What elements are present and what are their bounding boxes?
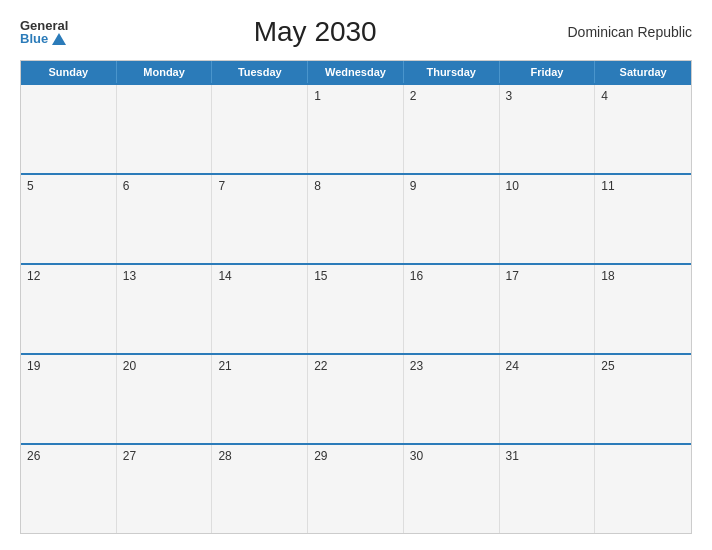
logo: General Blue bbox=[20, 19, 68, 45]
cal-cell-w1-d7: 4 bbox=[595, 85, 691, 173]
week-row-3: 12131415161718 bbox=[21, 263, 691, 353]
cal-cell-w1-d5: 2 bbox=[404, 85, 500, 173]
day-number: 5 bbox=[27, 179, 34, 193]
cal-cell-w4-d3: 21 bbox=[212, 355, 308, 443]
header-thursday: Thursday bbox=[404, 61, 500, 83]
header-tuesday: Tuesday bbox=[212, 61, 308, 83]
day-number: 24 bbox=[506, 359, 519, 373]
day-number: 16 bbox=[410, 269, 423, 283]
cal-cell-w1-d6: 3 bbox=[500, 85, 596, 173]
day-number: 3 bbox=[506, 89, 513, 103]
cal-cell-w2-d3: 7 bbox=[212, 175, 308, 263]
cal-cell-w3-d4: 15 bbox=[308, 265, 404, 353]
day-number: 27 bbox=[123, 449, 136, 463]
cal-cell-w1-d1 bbox=[21, 85, 117, 173]
header-friday: Friday bbox=[500, 61, 596, 83]
day-number: 22 bbox=[314, 359, 327, 373]
cal-cell-w5-d4: 29 bbox=[308, 445, 404, 533]
day-number: 14 bbox=[218, 269, 231, 283]
day-number: 7 bbox=[218, 179, 225, 193]
cal-cell-w2-d7: 11 bbox=[595, 175, 691, 263]
cal-cell-w3-d7: 18 bbox=[595, 265, 691, 353]
day-number: 31 bbox=[506, 449, 519, 463]
week-row-1: 1234 bbox=[21, 83, 691, 173]
cal-cell-w5-d5: 30 bbox=[404, 445, 500, 533]
cal-cell-w4-d6: 24 bbox=[500, 355, 596, 443]
week-row-5: 262728293031 bbox=[21, 443, 691, 533]
header-sunday: Sunday bbox=[21, 61, 117, 83]
cal-cell-w2-d1: 5 bbox=[21, 175, 117, 263]
day-number: 21 bbox=[218, 359, 231, 373]
cal-cell-w2-d5: 9 bbox=[404, 175, 500, 263]
cal-cell-w3-d6: 17 bbox=[500, 265, 596, 353]
cal-cell-w4-d2: 20 bbox=[117, 355, 213, 443]
day-number: 10 bbox=[506, 179, 519, 193]
calendar-body: 1234567891011121314151617181920212223242… bbox=[21, 83, 691, 533]
cal-cell-w2-d4: 8 bbox=[308, 175, 404, 263]
day-number: 4 bbox=[601, 89, 608, 103]
cal-cell-w4-d1: 19 bbox=[21, 355, 117, 443]
cal-cell-w4-d4: 22 bbox=[308, 355, 404, 443]
day-number: 11 bbox=[601, 179, 614, 193]
day-number: 20 bbox=[123, 359, 136, 373]
page-title: May 2030 bbox=[68, 16, 562, 48]
day-number: 19 bbox=[27, 359, 40, 373]
cal-cell-w3-d1: 12 bbox=[21, 265, 117, 353]
cal-cell-w3-d3: 14 bbox=[212, 265, 308, 353]
cal-cell-w1-d3 bbox=[212, 85, 308, 173]
logo-blue-text: Blue bbox=[20, 32, 66, 45]
day-number: 26 bbox=[27, 449, 40, 463]
cal-cell-w5-d7 bbox=[595, 445, 691, 533]
day-number: 18 bbox=[601, 269, 614, 283]
calendar-grid: Sunday Monday Tuesday Wednesday Thursday… bbox=[20, 60, 692, 534]
day-number: 9 bbox=[410, 179, 417, 193]
cal-cell-w4-d7: 25 bbox=[595, 355, 691, 443]
day-number: 15 bbox=[314, 269, 327, 283]
cal-cell-w2-d6: 10 bbox=[500, 175, 596, 263]
calendar-page: General Blue May 2030 Dominican Republic… bbox=[0, 0, 712, 550]
cal-cell-w5-d3: 28 bbox=[212, 445, 308, 533]
day-number: 17 bbox=[506, 269, 519, 283]
day-number: 12 bbox=[27, 269, 40, 283]
day-number: 29 bbox=[314, 449, 327, 463]
cal-cell-w1-d4: 1 bbox=[308, 85, 404, 173]
cal-cell-w3-d2: 13 bbox=[117, 265, 213, 353]
cal-cell-w5-d2: 27 bbox=[117, 445, 213, 533]
country-label: Dominican Republic bbox=[562, 24, 692, 40]
calendar-header: Sunday Monday Tuesday Wednesday Thursday… bbox=[21, 61, 691, 83]
day-number: 1 bbox=[314, 89, 321, 103]
week-row-4: 19202122232425 bbox=[21, 353, 691, 443]
day-number: 6 bbox=[123, 179, 130, 193]
day-number: 23 bbox=[410, 359, 423, 373]
cal-cell-w4-d5: 23 bbox=[404, 355, 500, 443]
day-number: 13 bbox=[123, 269, 136, 283]
week-row-2: 567891011 bbox=[21, 173, 691, 263]
header-saturday: Saturday bbox=[595, 61, 691, 83]
cal-cell-w5-d6: 31 bbox=[500, 445, 596, 533]
day-number: 25 bbox=[601, 359, 614, 373]
header-wednesday: Wednesday bbox=[308, 61, 404, 83]
day-number: 28 bbox=[218, 449, 231, 463]
day-number: 8 bbox=[314, 179, 321, 193]
cal-cell-w1-d2 bbox=[117, 85, 213, 173]
day-number: 2 bbox=[410, 89, 417, 103]
cal-cell-w5-d1: 26 bbox=[21, 445, 117, 533]
cal-cell-w3-d5: 16 bbox=[404, 265, 500, 353]
page-header: General Blue May 2030 Dominican Republic bbox=[20, 16, 692, 48]
cal-cell-w2-d2: 6 bbox=[117, 175, 213, 263]
header-monday: Monday bbox=[117, 61, 213, 83]
day-number: 30 bbox=[410, 449, 423, 463]
logo-triangle-icon bbox=[52, 33, 66, 45]
